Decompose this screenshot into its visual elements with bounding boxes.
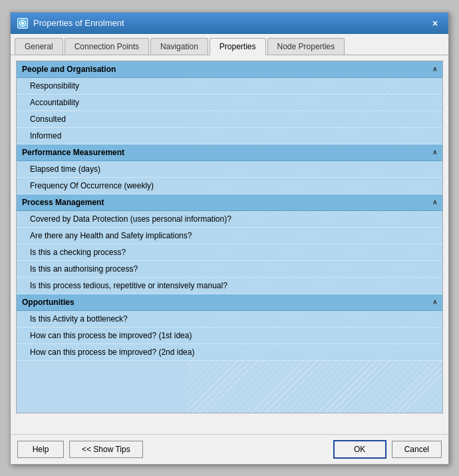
content-area: People and Organisation ∧ Responsibility… — [11, 55, 448, 434]
list-item[interactable]: Covered by Data Protection (uses persona… — [17, 211, 442, 228]
close-button[interactable]: × — [428, 17, 442, 30]
collapse-icon-people-org: ∧ — [432, 65, 437, 73]
tab-properties[interactable]: Properties — [210, 38, 266, 55]
list-item[interactable]: Is this Activity a bottleneck? — [17, 311, 442, 328]
title-bar: Properties of Enrolment × — [11, 13, 448, 34]
section-header-people-org[interactable]: People and Organisation ∧ — [17, 61, 442, 78]
collapse-icon-performance: ∧ — [432, 148, 437, 156]
tab-navigation[interactable]: Navigation — [150, 38, 208, 55]
collapse-icon-opportunities: ∧ — [432, 298, 437, 306]
tab-connection-points[interactable]: Connection Points — [65, 38, 149, 55]
section-title-people-org: People and Organisation — [22, 65, 116, 74]
dialog-title: Properties of Enrolment — [33, 18, 124, 28]
tab-general[interactable]: General — [15, 38, 63, 55]
properties-list[interactable]: People and Organisation ∧ Responsibility… — [16, 61, 443, 413]
list-item[interactable]: Is this an authorising process? — [17, 261, 442, 278]
list-item[interactable]: Frequency Of Occurrence (weekly) — [17, 178, 442, 194]
list-item[interactable]: Responsibility — [17, 78, 442, 95]
list-item[interactable]: Are there any Health and Safety implicat… — [17, 228, 442, 244]
list-item[interactable]: Is this process tedious, repetitive or i… — [17, 278, 442, 294]
list-item[interactable]: Elapsed time (days) — [17, 161, 442, 178]
ok-button[interactable]: OK — [333, 440, 386, 459]
tab-node-properties[interactable]: Node Properties — [267, 38, 345, 55]
list-item[interactable]: Accountability — [17, 95, 442, 111]
list-item[interactable]: How can this process be improved? (1st i… — [17, 328, 442, 344]
list-item[interactable]: Informed — [17, 128, 442, 144]
dialog: Properties of Enrolment × General Connec… — [10, 12, 449, 465]
list-item[interactable]: Is this a checking process? — [17, 244, 442, 261]
section-header-performance[interactable]: Performance Measurement ∧ — [17, 144, 442, 161]
list-item[interactable]: Consulted — [17, 111, 442, 128]
cancel-button[interactable]: Cancel — [392, 441, 442, 458]
svg-point-1 — [21, 22, 24, 25]
title-bar-left: Properties of Enrolment — [17, 18, 124, 29]
section-title-process-mgmt: Process Management — [22, 198, 104, 207]
section-title-performance: Performance Measurement — [22, 148, 124, 157]
collapse-icon-process-mgmt: ∧ — [432, 198, 437, 206]
show-tips-button[interactable]: << Show Tips — [69, 441, 143, 458]
dialog-icon — [17, 18, 28, 29]
list-item[interactable]: How can this process be improved? (2nd i… — [17, 344, 442, 361]
section-header-process-mgmt[interactable]: Process Management ∧ — [17, 194, 442, 211]
tabs-bar: General Connection Points Navigation Pro… — [11, 34, 448, 55]
section-header-opportunities[interactable]: Opportunities ∧ — [17, 294, 442, 311]
section-title-opportunities: Opportunities — [22, 298, 75, 307]
help-button[interactable]: Help — [17, 441, 64, 458]
footer-buttons: Help << Show Tips OK Cancel — [11, 434, 448, 464]
